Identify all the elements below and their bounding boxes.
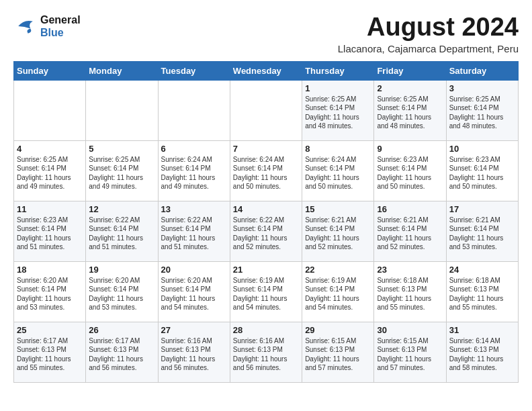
day-info-text: Sunrise: 6:23 AM Sunset: 6:14 PM Dayligh… bbox=[17, 216, 83, 252]
calendar-cell: 14Sunrise: 6:22 AM Sunset: 6:14 PM Dayli… bbox=[230, 201, 302, 261]
day-number: 25 bbox=[17, 325, 83, 335]
day-info-text: Sunrise: 6:25 AM Sunset: 6:14 PM Dayligh… bbox=[305, 95, 371, 131]
calendar-cell: 17Sunrise: 6:21 AM Sunset: 6:14 PM Dayli… bbox=[446, 201, 518, 261]
calendar-week-row: 11Sunrise: 6:23 AM Sunset: 6:14 PM Dayli… bbox=[14, 201, 519, 261]
day-number: 31 bbox=[449, 325, 515, 335]
day-number: 10 bbox=[449, 144, 515, 154]
calendar-cell: 30Sunrise: 6:15 AM Sunset: 6:13 PM Dayli… bbox=[374, 322, 446, 382]
weekday-header-wednesday: Wednesday bbox=[230, 61, 302, 80]
calendar-cell: 23Sunrise: 6:18 AM Sunset: 6:13 PM Dayli… bbox=[374, 261, 446, 322]
calendar-cell: 19Sunrise: 6:20 AM Sunset: 6:14 PM Dayli… bbox=[86, 261, 158, 322]
day-info-text: Sunrise: 6:21 AM Sunset: 6:14 PM Dayligh… bbox=[305, 216, 371, 252]
day-number: 4 bbox=[17, 144, 83, 154]
calendar-cell: 15Sunrise: 6:21 AM Sunset: 6:14 PM Dayli… bbox=[302, 201, 374, 261]
day-info-text: Sunrise: 6:18 AM Sunset: 6:13 PM Dayligh… bbox=[449, 276, 515, 312]
location-subtitle: Llacanora, Cajamarca Department, Peru bbox=[338, 43, 519, 54]
weekday-header-friday: Friday bbox=[374, 61, 446, 80]
day-info-text: Sunrise: 6:22 AM Sunset: 6:14 PM Dayligh… bbox=[233, 216, 299, 252]
day-number: 5 bbox=[89, 144, 154, 154]
day-number: 6 bbox=[161, 144, 227, 154]
day-number: 24 bbox=[449, 265, 515, 275]
day-info-text: Sunrise: 6:15 AM Sunset: 6:13 PM Dayligh… bbox=[377, 336, 443, 373]
day-info-text: Sunrise: 6:20 AM Sunset: 6:14 PM Dayligh… bbox=[17, 276, 83, 312]
weekday-header-saturday: Saturday bbox=[446, 61, 518, 80]
calendar-cell: 18Sunrise: 6:20 AM Sunset: 6:14 PM Dayli… bbox=[14, 261, 86, 322]
day-info-text: Sunrise: 6:19 AM Sunset: 6:14 PM Dayligh… bbox=[305, 276, 371, 312]
day-number: 30 bbox=[377, 325, 443, 335]
calendar-cell: 12Sunrise: 6:22 AM Sunset: 6:14 PM Dayli… bbox=[86, 201, 158, 261]
calendar-cell: 8Sunrise: 6:24 AM Sunset: 6:14 PM Daylig… bbox=[302, 140, 374, 201]
day-info-text: Sunrise: 6:23 AM Sunset: 6:14 PM Dayligh… bbox=[449, 155, 515, 191]
day-info-text: Sunrise: 6:14 AM Sunset: 6:13 PM Dayligh… bbox=[449, 336, 515, 373]
day-number: 23 bbox=[377, 265, 443, 275]
day-info-text: Sunrise: 6:24 AM Sunset: 6:14 PM Dayligh… bbox=[161, 155, 227, 191]
calendar-cell: 16Sunrise: 6:21 AM Sunset: 6:14 PM Dayli… bbox=[374, 201, 446, 261]
day-number: 1 bbox=[305, 83, 371, 93]
day-info-text: Sunrise: 6:17 AM Sunset: 6:13 PM Dayligh… bbox=[17, 336, 83, 373]
day-number: 7 bbox=[233, 144, 299, 154]
title-block: August 2024 Llacanora, Cajamarca Departm… bbox=[338, 13, 519, 54]
day-number: 15 bbox=[305, 204, 371, 214]
day-info-text: Sunrise: 6:25 AM Sunset: 6:14 PM Dayligh… bbox=[377, 95, 443, 131]
day-number: 19 bbox=[89, 265, 154, 275]
weekday-header-row: SundayMondayTuesdayWednesdayThursdayFrid… bbox=[14, 61, 519, 80]
weekday-header-tuesday: Tuesday bbox=[158, 61, 230, 80]
day-number: 17 bbox=[449, 204, 515, 214]
calendar-cell: 20Sunrise: 6:20 AM Sunset: 6:14 PM Dayli… bbox=[158, 261, 230, 322]
calendar-cell: 10Sunrise: 6:23 AM Sunset: 6:14 PM Dayli… bbox=[446, 140, 518, 201]
calendar-cell: 13Sunrise: 6:22 AM Sunset: 6:14 PM Dayli… bbox=[158, 201, 230, 261]
calendar-cell: 7Sunrise: 6:24 AM Sunset: 6:14 PM Daylig… bbox=[230, 140, 302, 201]
weekday-header-thursday: Thursday bbox=[302, 61, 374, 80]
day-info-text: Sunrise: 6:24 AM Sunset: 6:14 PM Dayligh… bbox=[233, 155, 299, 191]
logo-text: General Blue bbox=[40, 13, 81, 39]
day-number: 13 bbox=[161, 204, 227, 214]
calendar-cell: 5Sunrise: 6:25 AM Sunset: 6:14 PM Daylig… bbox=[86, 140, 158, 201]
calendar-table: SundayMondayTuesdayWednesdayThursdayFrid… bbox=[13, 61, 519, 383]
day-number: 21 bbox=[233, 265, 299, 275]
day-number: 29 bbox=[305, 325, 371, 335]
day-info-text: Sunrise: 6:25 AM Sunset: 6:14 PM Dayligh… bbox=[89, 155, 154, 191]
day-info-text: Sunrise: 6:16 AM Sunset: 6:13 PM Dayligh… bbox=[233, 336, 299, 373]
calendar-cell: 27Sunrise: 6:16 AM Sunset: 6:13 PM Dayli… bbox=[158, 322, 230, 382]
day-info-text: Sunrise: 6:25 AM Sunset: 6:14 PM Dayligh… bbox=[17, 155, 83, 191]
logo: General Blue bbox=[13, 13, 81, 39]
day-info-text: Sunrise: 6:20 AM Sunset: 6:14 PM Dayligh… bbox=[89, 276, 154, 312]
calendar-cell: 21Sunrise: 6:19 AM Sunset: 6:14 PM Dayli… bbox=[230, 261, 302, 322]
day-info-text: Sunrise: 6:23 AM Sunset: 6:14 PM Dayligh… bbox=[377, 155, 443, 191]
calendar-cell: 28Sunrise: 6:16 AM Sunset: 6:13 PM Dayli… bbox=[230, 322, 302, 382]
day-number: 11 bbox=[17, 204, 83, 214]
day-info-text: Sunrise: 6:22 AM Sunset: 6:14 PM Dayligh… bbox=[89, 216, 154, 252]
calendar-cell: 24Sunrise: 6:18 AM Sunset: 6:13 PM Dayli… bbox=[446, 261, 518, 322]
calendar-cell bbox=[230, 80, 302, 140]
day-number: 27 bbox=[161, 325, 227, 335]
day-info-text: Sunrise: 6:21 AM Sunset: 6:14 PM Dayligh… bbox=[449, 216, 515, 252]
calendar-cell: 9Sunrise: 6:23 AM Sunset: 6:14 PM Daylig… bbox=[374, 140, 446, 201]
calendar-cell: 25Sunrise: 6:17 AM Sunset: 6:13 PM Dayli… bbox=[14, 322, 86, 382]
day-number: 26 bbox=[89, 325, 154, 335]
calendar-cell bbox=[86, 80, 158, 140]
day-info-text: Sunrise: 6:16 AM Sunset: 6:13 PM Dayligh… bbox=[161, 336, 227, 373]
day-info-text: Sunrise: 6:19 AM Sunset: 6:14 PM Dayligh… bbox=[233, 276, 299, 312]
day-number: 16 bbox=[377, 204, 443, 214]
day-number: 9 bbox=[377, 144, 443, 154]
calendar-cell: 22Sunrise: 6:19 AM Sunset: 6:14 PM Dayli… bbox=[302, 261, 374, 322]
day-number: 3 bbox=[449, 83, 515, 93]
calendar-cell: 31Sunrise: 6:14 AM Sunset: 6:13 PM Dayli… bbox=[446, 322, 518, 382]
day-number: 14 bbox=[233, 204, 299, 214]
calendar-cell: 1Sunrise: 6:25 AM Sunset: 6:14 PM Daylig… bbox=[302, 80, 374, 140]
day-number: 8 bbox=[305, 144, 371, 154]
day-number: 12 bbox=[89, 204, 154, 214]
day-info-text: Sunrise: 6:24 AM Sunset: 6:14 PM Dayligh… bbox=[305, 155, 371, 191]
calendar-cell: 29Sunrise: 6:15 AM Sunset: 6:13 PM Dayli… bbox=[302, 322, 374, 382]
calendar-cell bbox=[158, 80, 230, 140]
calendar-cell: 26Sunrise: 6:17 AM Sunset: 6:13 PM Dayli… bbox=[86, 322, 158, 382]
calendar-week-row: 4Sunrise: 6:25 AM Sunset: 6:14 PM Daylig… bbox=[14, 140, 519, 201]
calendar-week-row: 18Sunrise: 6:20 AM Sunset: 6:14 PM Dayli… bbox=[14, 261, 519, 322]
calendar-cell: 3Sunrise: 6:25 AM Sunset: 6:14 PM Daylig… bbox=[446, 80, 518, 140]
calendar-cell: 2Sunrise: 6:25 AM Sunset: 6:14 PM Daylig… bbox=[374, 80, 446, 140]
calendar-cell bbox=[14, 80, 86, 140]
day-info-text: Sunrise: 6:21 AM Sunset: 6:14 PM Dayligh… bbox=[377, 216, 443, 252]
day-info-text: Sunrise: 6:18 AM Sunset: 6:13 PM Dayligh… bbox=[377, 276, 443, 312]
day-info-text: Sunrise: 6:25 AM Sunset: 6:14 PM Dayligh… bbox=[449, 95, 515, 131]
weekday-header-monday: Monday bbox=[86, 61, 158, 80]
